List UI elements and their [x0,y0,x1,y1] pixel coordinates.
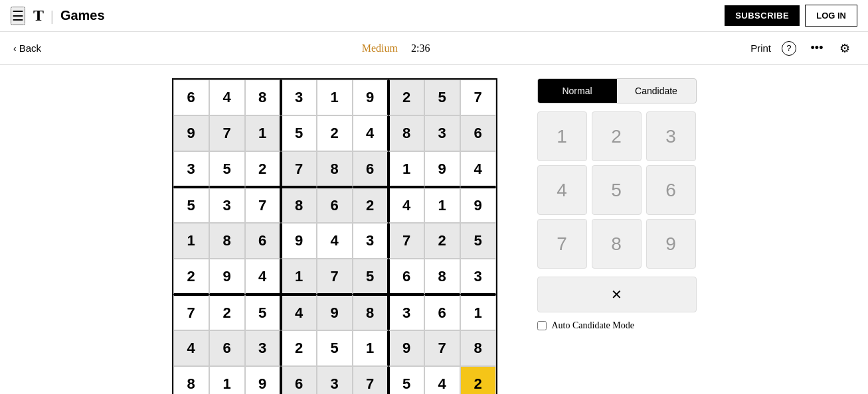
num-button-6[interactable]: 6 [646,165,696,215]
cell-1-4[interactable]: 2 [317,115,353,151]
cell-4-1[interactable]: 8 [209,223,245,259]
cell-8-4[interactable]: 3 [317,366,353,394]
cell-6-4[interactable]: 9 [317,295,353,330]
cell-2-5[interactable]: 6 [353,151,389,187]
cell-1-6[interactable]: 8 [389,115,424,151]
cell-2-6[interactable]: 1 [389,151,424,187]
cell-7-2[interactable]: 3 [245,330,281,366]
cell-0-6[interactable]: 2 [389,80,424,115]
cell-2-2[interactable]: 2 [245,151,281,187]
cell-7-1[interactable]: 6 [209,330,245,366]
cell-5-5[interactable]: 5 [353,259,389,295]
more-options-button[interactable]: ••• [807,38,827,58]
cell-1-8[interactable]: 6 [460,115,496,151]
normal-mode-button[interactable]: Normal [538,79,617,103]
cell-3-6[interactable]: 4 [389,187,424,223]
cell-3-7[interactable]: 1 [424,187,460,223]
cell-3-2[interactable]: 7 [245,187,281,223]
cell-8-8[interactable]: 2 [460,366,496,394]
login-button[interactable]: LOG IN [805,5,857,27]
cell-2-3[interactable]: 7 [281,151,317,187]
cell-7-4[interactable]: 5 [317,330,353,366]
cell-4-4[interactable]: 4 [317,223,353,259]
num-button-5[interactable]: 5 [592,165,642,215]
cell-8-0[interactable]: 8 [173,366,209,394]
cell-1-1[interactable]: 7 [209,115,245,151]
cell-1-7[interactable]: 3 [424,115,460,151]
cell-6-5[interactable]: 8 [353,295,389,330]
cell-3-1[interactable]: 3 [209,187,245,223]
cell-0-4[interactable]: 1 [317,80,353,115]
num-button-7[interactable]: 7 [537,219,587,269]
cell-0-0[interactable]: 6 [173,80,209,115]
cell-4-8[interactable]: 5 [460,223,496,259]
settings-button[interactable]: ⚙ [835,38,855,58]
num-button-9[interactable]: 9 [646,219,696,269]
subscribe-button[interactable]: SUBSCRIBE [725,5,800,26]
num-button-8[interactable]: 8 [592,219,642,269]
cell-7-6[interactable]: 9 [389,330,424,366]
cell-2-4[interactable]: 8 [317,151,353,187]
candidate-mode-button[interactable]: Candidate [617,79,696,103]
cell-4-0[interactable]: 1 [173,223,209,259]
cell-6-8[interactable]: 1 [460,295,496,330]
cell-3-0[interactable]: 5 [173,187,209,223]
cell-0-2[interactable]: 8 [245,80,281,115]
cell-8-7[interactable]: 4 [424,366,460,394]
cell-6-0[interactable]: 7 [173,295,209,330]
cell-0-1[interactable]: 4 [209,80,245,115]
delete-button[interactable]: ✕ [537,277,697,312]
cell-7-8[interactable]: 8 [460,330,496,366]
cell-1-5[interactable]: 4 [353,115,389,151]
cell-3-8[interactable]: 9 [460,187,496,223]
cell-5-8[interactable]: 3 [460,259,496,295]
cell-1-2[interactable]: 1 [245,115,281,151]
cell-8-2[interactable]: 9 [245,366,281,394]
hamburger-menu[interactable]: ☰ [11,7,25,25]
auto-candidate-checkbox[interactable] [537,321,547,330]
cell-8-6[interactable]: 5 [389,366,424,394]
cell-4-5[interactable]: 3 [353,223,389,259]
cell-7-7[interactable]: 7 [424,330,460,366]
cell-5-3[interactable]: 1 [281,259,317,295]
cell-0-3[interactable]: 3 [281,80,317,115]
back-button[interactable]: ‹ Back [13,42,41,54]
cell-0-7[interactable]: 5 [424,80,460,115]
cell-6-1[interactable]: 2 [209,295,245,330]
cell-6-7[interactable]: 6 [424,295,460,330]
cell-5-4[interactable]: 7 [317,259,353,295]
cell-7-0[interactable]: 4 [173,330,209,366]
cell-5-1[interactable]: 9 [209,259,245,295]
cell-4-7[interactable]: 2 [424,223,460,259]
cell-6-6[interactable]: 3 [389,295,424,330]
cell-2-7[interactable]: 9 [424,151,460,187]
cell-2-1[interactable]: 5 [209,151,245,187]
cell-4-6[interactable]: 7 [389,223,424,259]
cell-5-6[interactable]: 6 [389,259,424,295]
num-button-4[interactable]: 4 [537,165,587,215]
print-button[interactable]: Print [750,42,771,54]
num-button-2[interactable]: 2 [592,111,642,161]
cell-3-5[interactable]: 2 [353,187,389,223]
num-button-1[interactable]: 1 [537,111,587,161]
cell-5-7[interactable]: 8 [424,259,460,295]
cell-3-3[interactable]: 8 [281,187,317,223]
cell-1-0[interactable]: 9 [173,115,209,151]
cell-2-0[interactable]: 3 [173,151,209,187]
cell-6-3[interactable]: 4 [281,295,317,330]
cell-1-3[interactable]: 5 [281,115,317,151]
cell-5-2[interactable]: 4 [245,259,281,295]
cell-4-3[interactable]: 9 [281,223,317,259]
cell-2-8[interactable]: 4 [460,151,496,187]
cell-6-2[interactable]: 5 [245,295,281,330]
cell-0-8[interactable]: 7 [460,80,496,115]
help-button[interactable]: ? [779,38,799,58]
num-button-3[interactable]: 3 [646,111,696,161]
cell-4-2[interactable]: 6 [245,223,281,259]
cell-7-3[interactable]: 2 [281,330,317,366]
cell-7-5[interactable]: 1 [353,330,389,366]
cell-8-3[interactable]: 6 [281,366,317,394]
cell-8-1[interactable]: 1 [209,366,245,394]
cell-0-5[interactable]: 9 [353,80,389,115]
cell-5-0[interactable]: 2 [173,259,209,295]
